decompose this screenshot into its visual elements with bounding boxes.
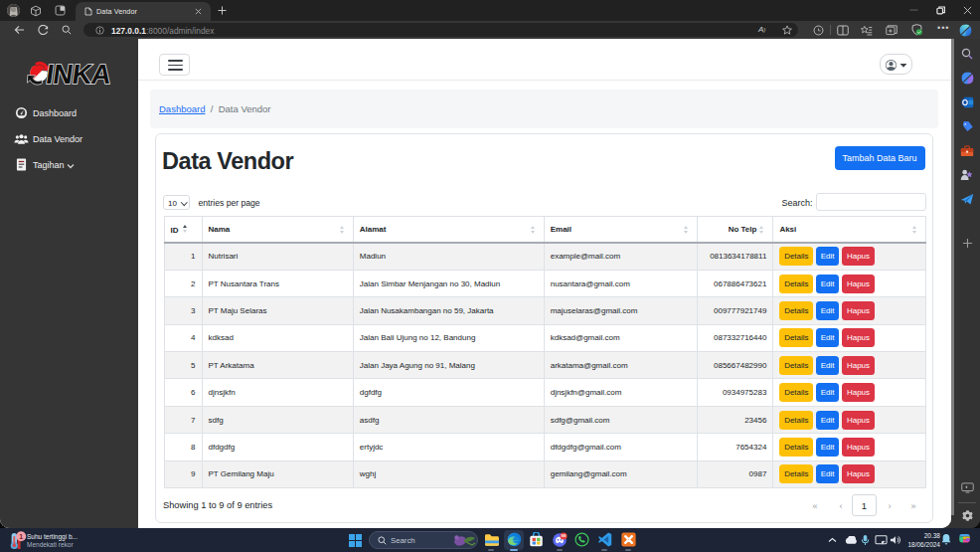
svg-text:99: 99	[562, 533, 567, 538]
svg-text:INKA: INKA	[44, 59, 112, 89]
svg-text:1: 1	[19, 533, 23, 540]
